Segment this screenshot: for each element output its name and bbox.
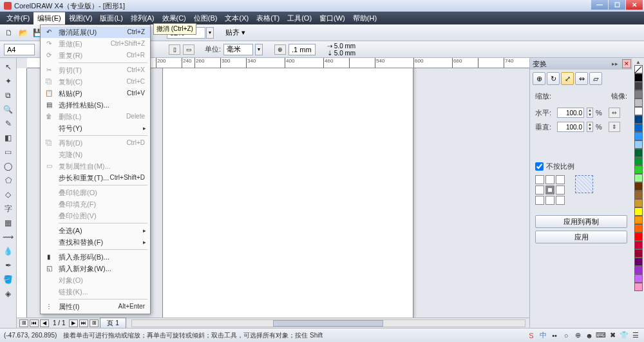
horizontal-scrollbar[interactable] — [131, 319, 526, 327]
menu-item[interactable]: 步长和重复(T)...Ctrl+Shift+D — [41, 172, 150, 184]
tray-icon-5[interactable]: ⊕ — [573, 331, 582, 340]
anchor-grid[interactable] — [535, 175, 565, 205]
menu-位图[interactable]: 位图(B) — [190, 12, 222, 24]
tray-icon-4[interactable]: ○ — [562, 331, 571, 340]
tray-icon-6[interactable]: ☻ — [585, 331, 594, 340]
apply-duplicate-button[interactable]: 应用到再制 — [535, 215, 627, 228]
size-tab-icon[interactable]: ⇔ — [575, 72, 588, 85]
mirror-v-icon[interactable]: ⇕ — [609, 122, 620, 132]
v-scale-input[interactable] — [557, 122, 584, 132]
fill-tool-icon[interactable]: 🪣 — [2, 273, 15, 286]
page-tab[interactable]: 页 1 — [100, 318, 126, 328]
menu-帮助[interactable]: 帮助(H) — [349, 12, 381, 24]
next-page-icon[interactable]: ▶ — [69, 319, 78, 327]
rectangle-tool-icon[interactable]: ▭ — [2, 146, 15, 158]
v-spinner[interactable]: ▲▼ — [587, 122, 593, 132]
no-color-swatch[interactable] — [634, 65, 643, 73]
menu-item[interactable]: ⋮属性(I)Alt+Enter — [41, 301, 150, 312]
color-swatch[interactable] — [634, 73, 643, 82]
color-swatch[interactable] — [634, 258, 643, 266]
docker-close-icon[interactable]: ✕ — [622, 59, 631, 68]
menu-工具[interactable]: 工具(O) — [283, 12, 316, 24]
menu-表格[interactable]: 表格(T) — [252, 12, 283, 24]
menu-item[interactable]: ▤选择性粘贴(S)... — [41, 99, 150, 111]
docker-title-bar[interactable]: 变换 ▸▸ ✕ — [530, 58, 632, 70]
paper-size-select[interactable] — [4, 44, 35, 55]
color-swatch[interactable] — [634, 191, 643, 199]
smart-fill-icon[interactable]: ◧ — [2, 131, 15, 144]
menu-item[interactable]: ◱插入新对象(W)... — [41, 263, 150, 274]
pick-tool-icon[interactable]: ↖ — [2, 61, 15, 73]
shape-tool-icon[interactable]: ✦ — [2, 75, 15, 88]
rotate-tab-icon[interactable]: ↻ — [547, 72, 560, 85]
crop-tool-icon[interactable]: ⧉ — [2, 89, 15, 102]
text-tool-icon[interactable]: 字 — [2, 202, 15, 215]
menu-排列[interactable]: 排列(A) — [127, 12, 158, 24]
tray-icon-1[interactable]: S — [527, 331, 536, 340]
color-swatch[interactable] — [634, 174, 643, 182]
landscape-icon[interactable]: ▭ — [183, 44, 194, 55]
color-swatch[interactable] — [634, 107, 643, 115]
position-tab-icon[interactable]: ⊕ — [533, 72, 545, 85]
menu-文本[interactable]: 文本(X) — [221, 12, 252, 24]
menu-item[interactable]: 全选(A)▸ — [41, 225, 150, 236]
color-swatch[interactable] — [634, 199, 643, 207]
h-spinner[interactable]: ▲▼ — [587, 108, 593, 118]
menu-item[interactable]: 查找和替换(F)▸ — [41, 236, 150, 248]
menu-文件[interactable]: 文件(F) — [3, 12, 33, 24]
ellipse-tool-icon[interactable]: ◯ — [2, 160, 15, 173]
outline-tool-icon[interactable]: ✒ — [2, 259, 15, 272]
last-page-icon[interactable]: ⏭ — [79, 319, 88, 327]
zoom-tool-icon[interactable]: 🔍 — [2, 103, 15, 116]
color-swatch[interactable] — [634, 149, 643, 157]
table-tool-icon[interactable]: ▦ — [2, 216, 15, 229]
add-page-after-icon[interactable]: ⊞ — [90, 319, 99, 327]
color-swatch[interactable] — [634, 249, 643, 258]
color-swatch[interactable] — [634, 90, 643, 99]
close-button[interactable]: ✕ — [626, 0, 643, 10]
interactive-fill-icon[interactable]: ◈ — [2, 287, 15, 300]
tray-icon-8[interactable]: ✖ — [608, 331, 617, 340]
color-swatch[interactable] — [634, 132, 643, 140]
menu-编辑[interactable]: 编辑(E) — [33, 12, 65, 24]
menu-item[interactable]: 符号(Y)▸ — [41, 122, 150, 134]
freehand-tool-icon[interactable]: ✎ — [2, 117, 15, 130]
nudge-input[interactable] — [289, 44, 316, 55]
color-swatch[interactable] — [634, 216, 643, 224]
mirror-h-icon[interactable]: ⇔ — [609, 108, 620, 118]
color-swatch[interactable] — [634, 157, 643, 166]
color-swatch[interactable] — [634, 274, 643, 283]
color-swatch[interactable] — [634, 99, 643, 107]
menu-item[interactable]: ▮插入条形码(B)... — [41, 251, 150, 263]
menu-item[interactable]: ↶撤消延展(U)Ctrl+Z — [41, 26, 150, 38]
nonproportional-checkbox[interactable] — [535, 162, 544, 171]
blend-tool-icon[interactable]: ⟿ — [2, 231, 15, 243]
open-icon[interactable]: 📂 — [17, 26, 30, 39]
color-swatch[interactable] — [634, 266, 643, 274]
color-swatch[interactable] — [634, 115, 643, 124]
first-page-icon[interactable]: ⏮ — [30, 319, 39, 327]
scale-tab-icon[interactable]: ⤢ — [561, 72, 574, 85]
new-icon[interactable]: 🗋 — [3, 26, 15, 39]
minimize-button[interactable]: — — [591, 0, 608, 10]
docker-collapse-icon[interactable]: ▸▸ — [612, 61, 618, 67]
add-page-icon[interactable]: ⊞ — [19, 319, 28, 327]
zoom-dropdown-arrow[interactable]: ▼ — [206, 27, 214, 39]
snap-label[interactable]: 贴齐 ▾ — [223, 26, 248, 39]
apply-button[interactable]: 应用 — [535, 231, 627, 243]
skew-tab-icon[interactable]: ▱ — [589, 72, 602, 85]
tray-icon-9[interactable]: 👕 — [620, 331, 629, 340]
units-select[interactable] — [223, 44, 253, 55]
prev-page-icon[interactable]: ◀ — [40, 319, 49, 327]
palette-up-icon[interactable]: ▲ — [636, 59, 641, 65]
color-swatch[interactable] — [634, 241, 643, 249]
portrait-icon[interactable]: ▯ — [169, 44, 180, 55]
color-swatch[interactable] — [634, 182, 643, 191]
color-swatch[interactable] — [634, 207, 643, 216]
maximize-button[interactable]: ☐ — [609, 0, 625, 10]
color-swatch[interactable] — [634, 82, 643, 90]
menu-版面[interactable]: 版面(L) — [96, 12, 126, 24]
eyedropper-icon[interactable]: 💧 — [2, 245, 15, 258]
polygon-tool-icon[interactable]: ⬠ — [2, 174, 15, 187]
color-swatch[interactable] — [634, 233, 643, 241]
